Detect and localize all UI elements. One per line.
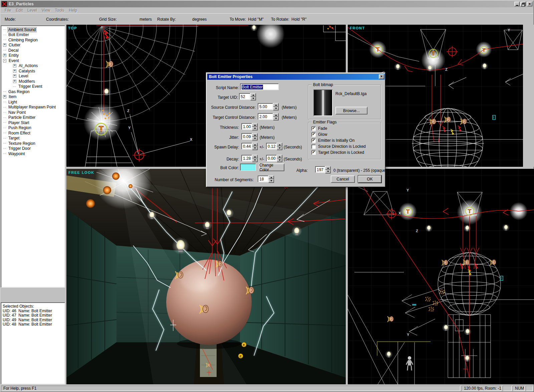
alpha-input[interactable]: 197 bbox=[315, 166, 325, 173]
checkbox-glow[interactable]: ✓Glow bbox=[311, 131, 378, 137]
spawn-delay-variance-input[interactable]: 0.12 bbox=[266, 143, 277, 149]
tree-item-particle-emitter[interactable]: Particle Emitter bbox=[1, 115, 65, 120]
target-control-distance-input[interactable]: 2.00 bbox=[258, 113, 273, 120]
ok-button[interactable]: OK bbox=[358, 175, 381, 183]
object-tree[interactable]: Ambient SoundBolt EmitterClimbing Region… bbox=[1, 25, 65, 288]
cancel-button[interactable]: Cancel bbox=[331, 175, 355, 183]
tree-item-texture-region[interactable]: Texture Region bbox=[1, 141, 65, 146]
tree-item-light[interactable]: Light bbox=[1, 99, 65, 105]
spin-down-button[interactable] bbox=[325, 170, 331, 173]
expand-icon[interactable]: + bbox=[3, 95, 6, 98]
expand-icon[interactable]: + bbox=[13, 64, 16, 67]
spin-down-button[interactable] bbox=[273, 117, 279, 120]
spin-up-button[interactable] bbox=[252, 155, 258, 158]
expand-icon[interactable]: + bbox=[3, 54, 6, 57]
menu-tools[interactable]: Tools bbox=[53, 8, 67, 13]
tree-item-ambient-sound[interactable]: Ambient Sound bbox=[1, 27, 65, 32]
tree-item-modifiers[interactable]: +Modifiers bbox=[1, 79, 65, 84]
browse-button[interactable]: Browse... bbox=[335, 107, 367, 114]
tree-item-trigger-door[interactable]: Trigger Door bbox=[1, 146, 65, 151]
menu-view[interactable]: View bbox=[39, 8, 53, 13]
spin-up-button[interactable] bbox=[252, 123, 258, 127]
title-bar[interactable]: E3_Particles × bbox=[1, 1, 533, 7]
tree-item-catalysts[interactable]: +Catalysts bbox=[1, 68, 65, 74]
tree-item-room-effect[interactable]: Room Effect bbox=[1, 130, 65, 136]
spin-up-button[interactable] bbox=[273, 103, 279, 107]
expand-icon[interactable]: + bbox=[13, 74, 16, 78]
checkbox-box[interactable]: ✓ bbox=[311, 150, 316, 155]
tree-item-bolt-emitter[interactable]: Bolt Emitter bbox=[1, 32, 65, 38]
spin-down-button[interactable] bbox=[277, 146, 282, 150]
spin-down-button[interactable] bbox=[273, 107, 279, 110]
tree-item-event[interactable]: -Event bbox=[1, 58, 65, 63]
tree-item-clutter[interactable]: +Clutter bbox=[1, 43, 65, 48]
viewport-back[interactable]: Y X Z Y bbox=[348, 169, 534, 384]
spin-up-button[interactable] bbox=[252, 143, 258, 146]
viewport-free-look[interactable]: FREE LOOK bbox=[66, 169, 346, 384]
dialog-title-bar[interactable]: Bolt Emitter Properties × bbox=[207, 74, 385, 80]
spin-up-button[interactable] bbox=[268, 175, 274, 179]
expand-icon[interactable]: + bbox=[3, 43, 6, 47]
tree-item-push-region[interactable]: Push Region bbox=[1, 125, 65, 131]
script-name-input[interactable]: Bolt Emitter bbox=[240, 83, 279, 90]
jitter-input[interactable]: 0.09 bbox=[241, 133, 252, 140]
tree-item-multiplayer-respawn-point[interactable]: Multiplayer Respawn Point bbox=[1, 105, 65, 110]
tree-item-climbing-region[interactable]: Climbing Region bbox=[1, 37, 65, 43]
minimize-button[interactable] bbox=[514, 2, 520, 6]
plus-minus-label: +/- bbox=[259, 157, 264, 161]
spin-down-button[interactable] bbox=[268, 179, 274, 183]
tree-item-trigger-event[interactable]: Trigger Event bbox=[1, 84, 65, 89]
spin-down-button[interactable] bbox=[250, 97, 256, 100]
spin-up-button[interactable] bbox=[277, 155, 282, 158]
tree-item-target[interactable]: Target bbox=[1, 136, 65, 141]
checkbox-box[interactable]: ✓ bbox=[311, 132, 316, 137]
spin-down-button[interactable] bbox=[277, 158, 282, 162]
menu-help[interactable]: Help bbox=[67, 8, 80, 13]
change-color-button[interactable]: Change Color bbox=[259, 163, 284, 171]
decay-input[interactable]: 1.28 bbox=[241, 155, 252, 161]
checkbox-source-direction-is-locked[interactable]: ✓Source Direction is Locked bbox=[311, 143, 378, 149]
collapse-icon[interactable]: - bbox=[3, 59, 6, 62]
spin-down-button[interactable] bbox=[252, 158, 258, 162]
spin-down-button[interactable] bbox=[252, 137, 258, 140]
tree-item-nav-point[interactable]: Nav Point bbox=[1, 110, 65, 115]
spin-up-button[interactable] bbox=[252, 133, 258, 137]
tree-item-ai-actions[interactable]: +AI_Actions bbox=[1, 63, 65, 69]
checkbox-box[interactable]: ✓ bbox=[311, 126, 316, 131]
decay-variance-input[interactable]: 0.00 bbox=[266, 155, 277, 161]
source-control-distance-input[interactable]: 5.00 bbox=[258, 103, 273, 110]
tree-item-gas-region[interactable]: Gas Region bbox=[1, 89, 65, 94]
checkbox-box[interactable]: ✓ bbox=[311, 138, 316, 143]
tree-item-waypoint[interactable]: Waypoint bbox=[1, 151, 65, 156]
spin-up-button[interactable] bbox=[250, 93, 256, 97]
checkbox-box[interactable]: ✓ bbox=[311, 144, 316, 149]
target-uid-input[interactable]: 52 bbox=[239, 93, 250, 100]
tree-item-level[interactable]: +Level bbox=[1, 74, 65, 79]
thickness-input[interactable]: 1.00 bbox=[241, 123, 252, 130]
checkbox-emitter-is-initially-on[interactable]: ✓Emitter is Initially On bbox=[311, 137, 378, 143]
restore-button[interactable] bbox=[520, 2, 526, 6]
number-of-segments-input[interactable]: 18 bbox=[258, 175, 268, 182]
dialog-close-button[interactable]: × bbox=[379, 74, 384, 79]
checkbox-fade[interactable]: ✓Fade bbox=[311, 125, 378, 131]
tree-item-decal[interactable]: Decal bbox=[1, 48, 65, 53]
tree-item-entity[interactable]: +Entity bbox=[1, 53, 65, 58]
spin-down-button[interactable] bbox=[252, 146, 258, 150]
light-bulb-icon[interactable] bbox=[102, 87, 111, 96]
bolt-color-swatch[interactable] bbox=[240, 163, 256, 171]
spin-up-button[interactable] bbox=[325, 166, 331, 170]
expand-icon[interactable]: + bbox=[13, 80, 16, 83]
menu-edit[interactable]: Edit bbox=[13, 8, 25, 13]
spin-down-button[interactable] bbox=[252, 127, 258, 130]
spawn-delay-input[interactable]: 0.44 bbox=[241, 143, 252, 149]
menu-file[interactable]: File bbox=[2, 8, 13, 13]
tree-item-item[interactable]: +Item bbox=[1, 94, 65, 100]
meters-unit: (Meters) bbox=[282, 115, 297, 120]
expand-icon[interactable]: + bbox=[13, 69, 16, 73]
spin-up-button[interactable] bbox=[273, 113, 279, 117]
close-button[interactable]: × bbox=[527, 2, 532, 6]
checkbox-target-direction-is-locked[interactable]: ✓Target Direction is Locked bbox=[311, 149, 378, 155]
spin-up-button[interactable] bbox=[277, 143, 282, 146]
tree-item-player-start[interactable]: Player Start bbox=[1, 120, 65, 125]
menu-level[interactable]: Level bbox=[25, 8, 39, 13]
